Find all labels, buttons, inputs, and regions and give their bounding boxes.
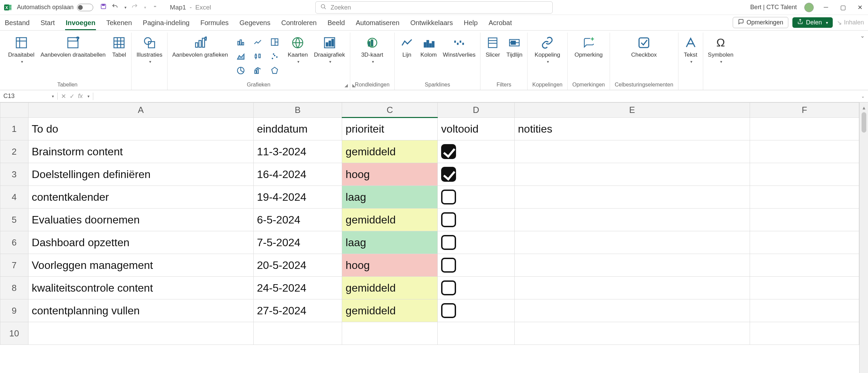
checkbox-control[interactable] bbox=[441, 303, 456, 318]
row-header[interactable]: 7 bbox=[0, 254, 28, 277]
cell[interactable] bbox=[514, 254, 750, 277]
cell[interactable]: Dashboard opzetten bbox=[28, 231, 253, 254]
select-all-corner[interactable] bbox=[0, 103, 28, 118]
cell[interactable]: contentkalender bbox=[28, 186, 253, 209]
chevron-down-icon[interactable]: ▾ bbox=[87, 94, 90, 99]
checkbox-control[interactable] bbox=[441, 167, 456, 182]
cell[interactable]: hoog bbox=[342, 163, 438, 186]
dialog-launcher-icon[interactable]: ◢ bbox=[344, 83, 348, 88]
autosave-toggle[interactable]: Automatisch opslaan bbox=[17, 4, 93, 11]
tab-tekenen[interactable]: Tekenen bbox=[105, 16, 133, 30]
cell[interactable]: laag bbox=[342, 231, 438, 254]
sparkline-line-button[interactable]: Lijn bbox=[399, 34, 414, 58]
tab-automatiseren[interactable]: Automatiseren bbox=[355, 16, 400, 30]
user-avatar-icon[interactable] bbox=[804, 3, 814, 12]
cell[interactable] bbox=[438, 299, 514, 322]
user-name[interactable]: Bert | CTC Talent bbox=[750, 4, 797, 11]
row-header[interactable]: 2 bbox=[0, 140, 28, 163]
cell[interactable] bbox=[514, 209, 750, 231]
cell[interactable] bbox=[750, 186, 859, 209]
cell[interactable]: 24-5-2024 bbox=[253, 277, 342, 299]
chevron-down-icon[interactable]: ▾ bbox=[52, 94, 54, 99]
row-header[interactable]: 5 bbox=[0, 209, 28, 231]
row-header[interactable]: 8 bbox=[0, 277, 28, 299]
comments-button[interactable]: Opmerkingen bbox=[733, 17, 788, 28]
tab-pagina-indeling[interactable]: Pagina-indeling bbox=[142, 16, 190, 30]
cell[interactable]: 27-5-2024 bbox=[253, 299, 342, 322]
cell[interactable] bbox=[514, 186, 750, 209]
toggle-switch-icon[interactable] bbox=[77, 4, 93, 11]
cell[interactable]: Brainstorm content bbox=[28, 140, 253, 163]
cell[interactable] bbox=[514, 277, 750, 299]
row-header[interactable]: 9 bbox=[0, 299, 28, 322]
line-chart-icon[interactable] bbox=[251, 36, 264, 48]
redo-icon[interactable] bbox=[131, 3, 138, 12]
column-chart-icon[interactable] bbox=[234, 36, 248, 48]
cell[interactable] bbox=[750, 209, 859, 231]
cell[interactable] bbox=[438, 140, 514, 163]
slicer-button[interactable]: Slicer bbox=[485, 34, 500, 58]
cell[interactable] bbox=[253, 322, 342, 345]
checkbox-control[interactable] bbox=[441, 144, 456, 159]
maps-button[interactable]: Kaarten▾ bbox=[288, 34, 308, 64]
col-header-A[interactable]: A bbox=[28, 103, 253, 118]
undo-icon[interactable] bbox=[112, 3, 118, 12]
area-chart-icon[interactable] bbox=[234, 50, 248, 62]
pivottable-button[interactable]: Draaitabel▾ bbox=[8, 34, 35, 64]
symbols-button[interactable]: Ω Symbolen▾ bbox=[708, 34, 734, 64]
text-button[interactable]: Tekst▾ bbox=[683, 34, 698, 64]
tab-invoegen[interactable]: Invoegen bbox=[65, 16, 96, 30]
checkbox-control[interactable] bbox=[441, 280, 456, 295]
window-maximize-icon[interactable]: ▢ bbox=[838, 4, 848, 11]
cell[interactable]: 19-4-2024 bbox=[253, 186, 342, 209]
window-minimize-icon[interactable]: ─ bbox=[821, 4, 831, 11]
pie-chart-icon[interactable] bbox=[234, 64, 248, 77]
cell[interactable] bbox=[750, 299, 859, 322]
cell[interactable]: gemiddeld bbox=[342, 140, 438, 163]
grid[interactable]: A B C D E F 1To doeinddatumprioriteitvol… bbox=[0, 102, 859, 345]
recommended-pivottables-button[interactable]: ? Aanbevolen draaitabellen bbox=[41, 34, 106, 58]
link-button[interactable]: Koppeling▾ bbox=[535, 34, 560, 64]
checkbox-control[interactable] bbox=[441, 258, 456, 273]
save-icon[interactable] bbox=[100, 3, 107, 12]
fx-icon[interactable]: fx bbox=[78, 93, 83, 100]
cell[interactable] bbox=[750, 322, 859, 345]
cell[interactable]: contentplanning vullen bbox=[28, 299, 253, 322]
cell[interactable] bbox=[438, 231, 514, 254]
ribbon-collapse-icon[interactable]: ⌄ bbox=[860, 33, 865, 39]
row-header[interactable]: 4 bbox=[0, 186, 28, 209]
checkbox-control[interactable] bbox=[441, 235, 456, 250]
tab-beeld[interactable]: Beeld bbox=[327, 16, 346, 30]
tab-help[interactable]: Help bbox=[463, 16, 478, 30]
statistic-chart-icon[interactable] bbox=[251, 50, 264, 62]
scrollbar-thumb[interactable] bbox=[862, 112, 866, 133]
tab-start[interactable]: Start bbox=[40, 16, 55, 30]
comment-button[interactable]: Opmerking bbox=[574, 34, 603, 58]
search-input[interactable]: Zoeken bbox=[315, 1, 553, 14]
scatter-chart-icon[interactable] bbox=[268, 50, 281, 62]
recommended-charts-button[interactable]: ? Aanbevolen grafieken bbox=[172, 34, 228, 58]
cell[interactable] bbox=[28, 322, 253, 345]
cell[interactable]: To do bbox=[28, 118, 253, 140]
cell[interactable] bbox=[342, 322, 438, 345]
cell[interactable] bbox=[438, 254, 514, 277]
col-header-B[interactable]: B bbox=[253, 103, 342, 118]
cell[interactable]: Voorleggen management bbox=[28, 254, 253, 277]
undo-dropdown-icon[interactable]: ▾ bbox=[124, 5, 126, 10]
cell[interactable]: laag bbox=[342, 186, 438, 209]
cell[interactable] bbox=[750, 140, 859, 163]
cell[interactable]: voltooid bbox=[438, 118, 514, 140]
cancel-icon[interactable]: ✕ bbox=[61, 93, 66, 100]
cell[interactable] bbox=[750, 163, 859, 186]
tab-gegevens[interactable]: Gegevens bbox=[239, 16, 271, 30]
tab-acrobat[interactable]: Acrobat bbox=[488, 16, 513, 30]
cell[interactable] bbox=[514, 231, 750, 254]
redo-dropdown-icon[interactable]: ▾ bbox=[144, 5, 146, 10]
cell[interactable] bbox=[438, 322, 514, 345]
cell[interactable]: 7-5-2024 bbox=[253, 231, 342, 254]
cell[interactable] bbox=[438, 277, 514, 299]
row-header[interactable]: 3 bbox=[0, 163, 28, 186]
tab-controleren[interactable]: Controleren bbox=[280, 16, 317, 30]
cell[interactable]: gemiddeld bbox=[342, 209, 438, 231]
tab-ontwikkelaars[interactable]: Ontwikkelaars bbox=[410, 16, 454, 30]
